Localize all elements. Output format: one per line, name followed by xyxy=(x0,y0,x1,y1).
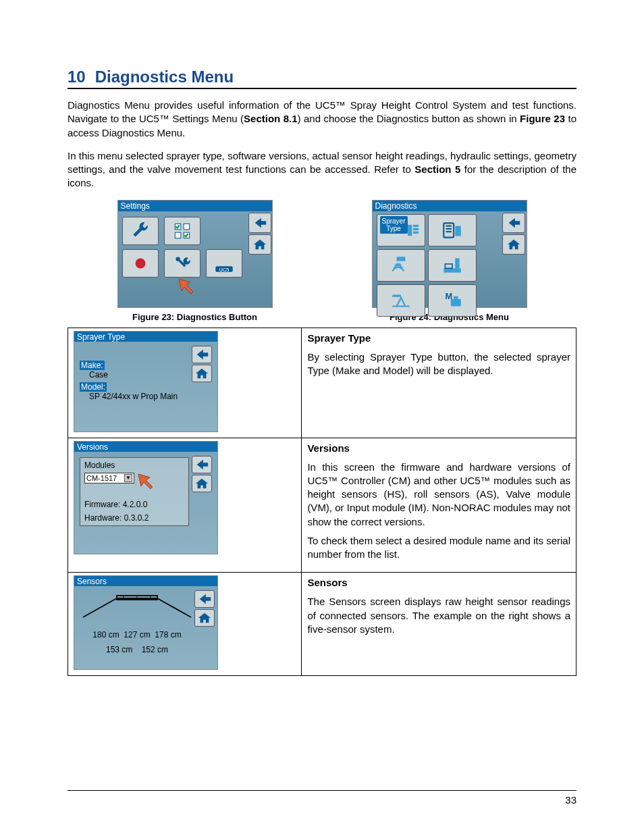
sprayer-type-body: By selecting Sprayer Type button, the se… xyxy=(307,350,570,378)
back-button[interactable] xyxy=(192,456,212,473)
svg-text:UC5: UC5 xyxy=(219,266,229,272)
screen-title: Versions xyxy=(74,442,217,452)
svg-rect-23 xyxy=(450,298,460,306)
figure-23-caption: Figure 23: Diagnostics Button xyxy=(117,312,273,322)
module-dropdown[interactable]: CM-1517 ▼ xyxy=(84,473,134,484)
svg-rect-21 xyxy=(392,294,401,296)
settings-screen: Settings xyxy=(117,200,273,308)
diagnostics-title: Diagnostics xyxy=(373,201,527,211)
geometry-tile[interactable] xyxy=(377,284,425,317)
diagnostics-tile[interactable] xyxy=(164,249,200,278)
section-heading: 10Diagnostics Menu xyxy=(68,68,576,89)
sprayer-type-label: Sprayer Type xyxy=(380,216,408,234)
pointer-icon xyxy=(132,471,152,492)
back-button[interactable] xyxy=(248,213,271,233)
uc5-tile[interactable]: UC5 xyxy=(206,249,242,278)
sprayer-type-heading: Sprayer Type xyxy=(307,332,570,344)
back-button[interactable] xyxy=(194,590,215,608)
modules-label: Modules xyxy=(84,461,184,470)
wrench-tile[interactable] xyxy=(122,217,159,245)
versions-heading: Versions xyxy=(307,442,570,454)
home-button[interactable] xyxy=(192,365,212,382)
svg-rect-8 xyxy=(407,224,412,235)
page: 10Diagnostics Menu Diagnostics Menu prov… xyxy=(0,0,644,834)
module-value: CM-1517 xyxy=(86,474,117,482)
svg-rect-18 xyxy=(444,268,461,272)
section-title: Diagnostics Menu xyxy=(95,68,234,86)
screen-title: Sensors xyxy=(74,576,217,586)
figures-row: Settings xyxy=(68,200,576,322)
home-button[interactable] xyxy=(502,234,525,255)
versions-body-2: To check them select a desired module na… xyxy=(307,534,570,562)
hardware-value: Hardware: 0.3.0.2 xyxy=(84,513,184,523)
firmware-value: Firmware: 4.2.0.0 xyxy=(84,500,184,509)
sensors-screen: Sensors 180 cm 127 cm 178 cm xyxy=(74,575,218,670)
sprayer-type-tile[interactable]: Sprayer Type xyxy=(377,214,425,246)
svg-rect-10 xyxy=(413,228,419,230)
sensors-heading: Sensors xyxy=(307,577,570,588)
svg-rect-19 xyxy=(455,258,459,268)
section-number: 10 xyxy=(68,68,86,86)
row-sensors: Sensors 180 cm 127 cm 178 cm xyxy=(68,573,576,676)
sensors-body: The Sensors screen displays raw height s… xyxy=(307,595,570,636)
svg-rect-2 xyxy=(175,232,181,238)
screen-title: Sprayer Type xyxy=(74,332,217,342)
svg-rect-13 xyxy=(446,225,452,226)
svg-rect-11 xyxy=(413,231,419,233)
settings-title: Settings xyxy=(118,201,272,211)
record-tile[interactable] xyxy=(122,249,159,278)
back-button[interactable] xyxy=(192,346,212,363)
diagnostics-screen: Diagnostics Sprayer Type xyxy=(372,200,527,308)
description-table: Sprayer Type Make: Case Model: SP 42/44x… xyxy=(68,328,576,677)
versions-body-1: In this screen the firmware and hardware… xyxy=(307,461,570,529)
svg-rect-9 xyxy=(413,224,419,226)
versions-tile[interactable] xyxy=(428,214,477,246)
svg-point-4 xyxy=(135,258,145,268)
svg-rect-14 xyxy=(446,228,452,229)
sprayer-type-screen: Sprayer Type Make: Case Model: SP 42/44x… xyxy=(74,331,218,432)
make-label: Make: xyxy=(80,361,105,370)
home-button[interactable] xyxy=(194,609,215,627)
home-button[interactable] xyxy=(248,234,271,255)
hydraulics-tile[interactable] xyxy=(428,249,477,282)
model-value: SP 42/44xx w Prop Main xyxy=(80,392,189,401)
row-versions: Versions Modules CM-1517 ▼ xyxy=(68,438,576,573)
sensors-tile[interactable] xyxy=(377,249,425,282)
sensor-row-2: 153 cm 152 cm xyxy=(80,645,194,654)
footer-rule xyxy=(68,790,576,791)
checklist-tile[interactable] xyxy=(164,217,200,245)
manual-tile[interactable]: M xyxy=(428,284,477,317)
pointer-icon xyxy=(172,276,196,301)
make-value: Case xyxy=(80,370,189,380)
versions-screen: Versions Modules CM-1517 ▼ xyxy=(74,441,218,554)
para-2: In this menu selected sprayer type, soft… xyxy=(68,149,576,190)
para-1: Diagnostics Menu provides useful informa… xyxy=(68,99,576,140)
back-button[interactable] xyxy=(502,213,525,233)
svg-rect-17 xyxy=(396,257,405,261)
row-sprayer-type: Sprayer Type Make: Case Model: SP 42/44x… xyxy=(68,328,576,438)
figure-23: Settings xyxy=(117,200,273,322)
page-number: 33 xyxy=(565,794,576,806)
svg-rect-24 xyxy=(454,296,458,298)
svg-rect-20 xyxy=(445,263,452,267)
sensor-row-1: 180 cm 127 cm 178 cm xyxy=(80,630,194,640)
model-label: Model: xyxy=(80,382,107,392)
home-button[interactable] xyxy=(192,475,212,492)
boom-icon xyxy=(80,590,194,628)
figure-24: Diagnostics Sprayer Type xyxy=(372,200,527,322)
svg-rect-15 xyxy=(446,231,452,232)
svg-rect-16 xyxy=(455,226,461,236)
svg-rect-1 xyxy=(184,224,190,230)
